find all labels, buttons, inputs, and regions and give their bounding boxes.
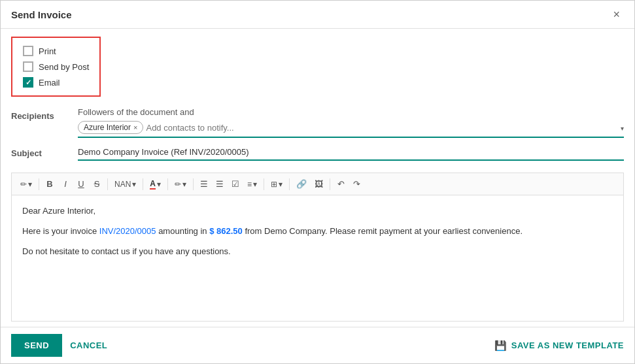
- recipients-field: Followers of the document and Azure Inte…: [78, 107, 624, 138]
- send-button[interactable]: SEND: [11, 334, 62, 357]
- editor-line2-link: INV/2020/0005: [99, 226, 156, 236]
- editor-line2-amount: $ 862.50: [209, 226, 243, 236]
- editor-line-1: Dear Azure Interior,: [22, 205, 613, 218]
- font-dropdown[interactable]: NAN ▾: [111, 178, 139, 190]
- save-template-icon: 💾: [494, 340, 507, 352]
- font-dropdown-arrow: ▾: [132, 180, 136, 189]
- editor-line2-post: from Demo Company. Please remit payment …: [243, 226, 523, 236]
- print-label: Print: [39, 46, 56, 56]
- image-button[interactable]: 🖼: [311, 177, 326, 191]
- dialog-footer: SEND CANCEL 💾 SAVE AS NEW TEMPLATE: [1, 327, 634, 363]
- editor-toolbar: ✏ ▾ B I U S NAN ▾ A ▾: [12, 173, 623, 195]
- print-checkbox[interactable]: [23, 46, 33, 56]
- email-checkbox[interactable]: [23, 77, 33, 88]
- dialog-body: Print Send by Post Email Recipients Foll…: [1, 29, 634, 327]
- send-by-post-checkbox[interactable]: [23, 61, 33, 72]
- table-dropdown[interactable]: ⊞ ▾: [267, 178, 286, 190]
- email-label: Email: [39, 78, 60, 88]
- subject-label: Subject: [11, 144, 70, 158]
- bullet-list-button[interactable]: ☰: [197, 177, 211, 191]
- save-template-button[interactable]: 💾 SAVE AS NEW TEMPLATE: [494, 340, 624, 352]
- link-button[interactable]: 🔗: [293, 177, 310, 191]
- redo-button[interactable]: ↷: [349, 177, 364, 191]
- recipients-label: Recipients: [11, 107, 70, 121]
- toolbar-sep-1: [39, 178, 39, 190]
- editor-section: ✏ ▾ B I U S NAN ▾ A ▾: [11, 173, 624, 322]
- editor-line2-mid: amounting in: [156, 226, 210, 236]
- recipients-input[interactable]: [146, 123, 624, 133]
- underline-button[interactable]: U: [74, 177, 88, 191]
- table-icon: ⊞: [271, 180, 277, 189]
- align-arrow: ▾: [253, 180, 257, 189]
- subject-input[interactable]: [78, 144, 624, 161]
- save-template-label: SAVE AS NEW TEMPLATE: [511, 340, 624, 350]
- recipient-tag-label: Azure Interior: [84, 123, 131, 132]
- editor-line-3: Do not hesitate to contact us if you hav…: [22, 245, 613, 259]
- send-invoice-dialog: Send Invoice × Print Send by Post Email …: [0, 0, 635, 364]
- editor-line2-pre: Here is your invoice: [22, 226, 99, 236]
- form-section: Recipients Followers of the document and…: [1, 105, 634, 173]
- recipients-prefix: Followers of the document and: [78, 107, 624, 117]
- subject-row: Subject: [11, 144, 624, 161]
- recipients-input-area[interactable]: Azure Interior × ▾: [78, 120, 624, 138]
- toolbar-sep-2: [107, 178, 108, 190]
- align-dropdown[interactable]: ≡ ▾: [244, 178, 260, 190]
- dialog-header: Send Invoice ×: [1, 1, 634, 29]
- strikethrough-button[interactable]: S: [90, 177, 104, 191]
- toolbar-sep-6: [264, 178, 264, 190]
- font-color-arrow: ▾: [157, 180, 161, 189]
- pen-dropdown[interactable]: ✏ ▾: [17, 178, 35, 190]
- print-checkbox-row[interactable]: Print: [23, 46, 89, 56]
- font-color-dropdown[interactable]: A ▾: [146, 178, 164, 191]
- table-arrow: ▾: [279, 180, 283, 189]
- align-icon: ≡: [247, 180, 252, 189]
- toolbar-sep-7: [289, 178, 290, 190]
- toolbar-sep-8: [330, 178, 330, 190]
- toolbar-sep-4: [167, 178, 168, 190]
- recipients-row: Recipients Followers of the document and…: [11, 107, 624, 138]
- dialog-title: Send Invoice: [11, 9, 72, 20]
- italic-button[interactable]: I: [58, 177, 73, 191]
- toolbar-sep-5: [193, 178, 194, 190]
- checklist-button[interactable]: ☑: [228, 177, 243, 191]
- send-by-post-label: Send by Post: [39, 62, 89, 72]
- undo-button[interactable]: ↶: [334, 177, 348, 191]
- send-by-post-checkbox-row[interactable]: Send by Post: [23, 61, 89, 72]
- editor-content[interactable]: Dear Azure Interior, Here is your invoic…: [12, 195, 623, 321]
- toolbar-sep-3: [143, 178, 143, 190]
- email-checkbox-row[interactable]: Email: [23, 77, 89, 88]
- numbered-list-button[interactable]: ☰: [213, 177, 227, 191]
- pen-dropdown-arrow: ▾: [28, 180, 32, 189]
- checkboxes-section: Print Send by Post Email: [11, 37, 101, 97]
- highlight-arrow: ▾: [182, 180, 186, 189]
- highlight-icon: ✏: [175, 180, 181, 189]
- recipient-tag[interactable]: Azure Interior ×: [78, 121, 143, 134]
- cancel-button[interactable]: CANCEL: [70, 340, 107, 350]
- editor-line-2: Here is your invoice INV/2020/0005 amoun…: [22, 225, 613, 239]
- font-label: NAN: [114, 180, 131, 189]
- pen-icon: ✏: [20, 180, 27, 189]
- subject-field-wrapper: [78, 144, 624, 161]
- highlight-dropdown[interactable]: ✏ ▾: [171, 178, 190, 190]
- recipient-remove-icon[interactable]: ×: [133, 124, 137, 131]
- font-color-icon: A: [150, 179, 156, 190]
- footer-left: SEND CANCEL: [11, 334, 107, 357]
- bold-button[interactable]: B: [43, 177, 57, 191]
- recipients-dropdown-icon[interactable]: ▾: [621, 125, 624, 132]
- close-button[interactable]: ×: [609, 7, 624, 22]
